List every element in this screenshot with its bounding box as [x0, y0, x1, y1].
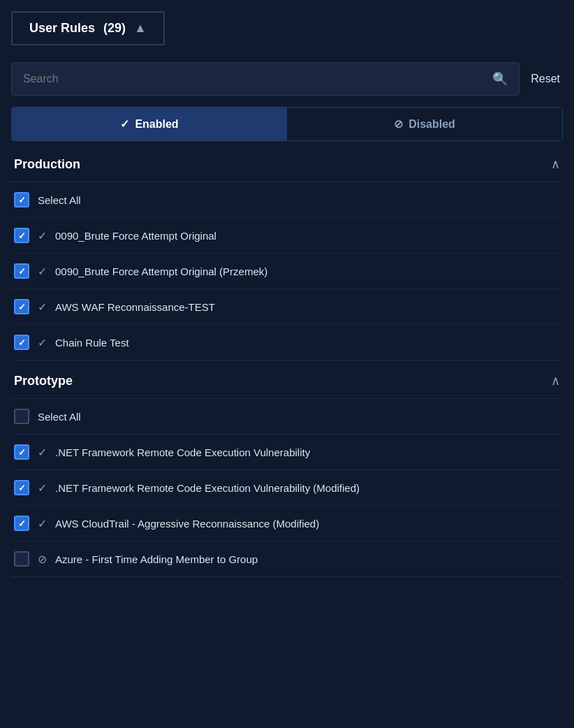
disabled-ban-icon: ⊘	[394, 117, 403, 131]
production-rule-list: ✓ Select All ✓ ✓ 0090_Brute Force Attemp…	[11, 182, 563, 361]
rule-label-r5: .NET Framework Remote Code Execution Vul…	[55, 446, 560, 458]
rule-status-icon-r8: ⊘	[38, 553, 47, 566]
table-row: ✓ ✓ .NET Framework Remote Code Execution…	[11, 435, 563, 470]
enabled-check-icon: ✓	[120, 117, 129, 131]
checkbox-check-icon: ✓	[18, 337, 26, 348]
checkbox-check-icon: ✓	[18, 302, 26, 312]
table-row: ✓ ✓ AWS WAF Reconnaissance-TEST	[11, 289, 563, 325]
production-select-all-label: Select All	[38, 194, 81, 206]
checkbox-check-icon: ✓	[18, 266, 26, 277]
rule-checkbox-r2[interactable]: ✓	[14, 263, 29, 279]
tab-row: ✓ Enabled ⊘ Disabled	[11, 107, 563, 141]
prototype-select-all-label: Select All	[38, 411, 81, 423]
search-box: 🔍	[11, 62, 520, 96]
rule-label-r1: 0090_Brute Force Attempt Original	[55, 230, 560, 242]
rule-status-icon-r5: ✓	[38, 446, 47, 459]
checkbox-check-icon: ✓	[18, 483, 26, 493]
checkbox-check-icon: ✓	[18, 518, 26, 529]
rule-label-r4: Chain Rule Test	[55, 337, 560, 349]
user-rules-header: User Rules (29) ▲	[11, 11, 165, 45]
tab-disabled[interactable]: ⊘ Disabled	[287, 108, 562, 140]
section-prototype: Prototype ∧ Select All ✓ ✓ .NET Framewor…	[11, 363, 563, 577]
header-title: User Rules	[29, 21, 95, 36]
header-count: (29)	[103, 21, 126, 36]
table-row: ⊘ Azure - First Time Adding Member to Gr…	[11, 541, 563, 576]
section-header-prototype: Prototype ∧	[11, 363, 563, 399]
section-production: Production ∧ ✓ Select All ✓ ✓ 0090_Brute…	[11, 147, 563, 361]
prototype-collapse-icon[interactable]: ∧	[551, 373, 560, 388]
collapse-icon[interactable]: ▲	[134, 21, 147, 36]
section-header-production: Production ∧	[11, 147, 563, 182]
rule-status-icon-r2: ✓	[38, 265, 47, 278]
section-title-prototype: Prototype	[14, 374, 73, 388]
rule-checkbox-r1[interactable]: ✓	[14, 228, 29, 243]
rule-status-icon-r1: ✓	[38, 229, 47, 242]
prototype-select-all[interactable]: Select All	[11, 399, 563, 435]
rule-checkbox-r8[interactable]	[14, 551, 29, 567]
reset-button[interactable]: Reset	[528, 67, 563, 91]
rule-status-icon-r7: ✓	[38, 517, 47, 530]
production-collapse-icon[interactable]: ∧	[551, 156, 560, 172]
rule-checkbox-r3[interactable]: ✓	[14, 299, 29, 314]
rule-label-r2: 0090_Brute Force Attempt Original (Przem…	[55, 265, 560, 277]
rule-status-icon-r3: ✓	[38, 300, 47, 314]
table-row: ✓ ✓ Chain Rule Test	[11, 325, 563, 360]
search-input[interactable]	[23, 73, 492, 85]
rule-label-r7: AWS CloudTrail - Aggressive Reconnaissan…	[55, 518, 560, 530]
prototype-rule-list: Select All ✓ ✓ .NET Framework Remote Cod…	[11, 399, 563, 577]
rule-status-icon-r6: ✓	[38, 481, 47, 495]
tab-enabled[interactable]: ✓ Enabled	[12, 108, 287, 140]
checkbox-check-icon: ✓	[18, 447, 26, 458]
rule-label-r6: .NET Framework Remote Code Execution Vul…	[55, 482, 560, 494]
tab-disabled-label: Disabled	[409, 118, 455, 131]
table-row: ✓ ✓ 0090_Brute Force Attempt Original	[11, 218, 563, 254]
checkbox-check-icon: ✓	[18, 195, 26, 205]
tab-enabled-label: Enabled	[135, 118, 178, 131]
main-content: 🔍 Reset ✓ Enabled ⊘ Disabled Production …	[0, 62, 574, 577]
section-title-production: Production	[14, 157, 80, 172]
rule-label-r8: Azure - First Time Adding Member to Grou…	[55, 553, 560, 565]
rule-checkbox-r4[interactable]: ✓	[14, 335, 29, 350]
search-icon: 🔍	[492, 71, 508, 87]
table-row: ✓ ✓ AWS CloudTrail - Aggressive Reconnai…	[11, 506, 563, 541]
production-select-all[interactable]: ✓ Select All	[11, 182, 563, 218]
table-row: ✓ ✓ .NET Framework Remote Code Execution…	[11, 470, 563, 506]
checkbox-check-icon: ✓	[18, 231, 26, 241]
production-select-all-checkbox[interactable]: ✓	[14, 192, 29, 208]
rule-checkbox-r7[interactable]: ✓	[14, 516, 29, 531]
rule-status-icon-r4: ✓	[38, 336, 47, 349]
table-row: ✓ ✓ 0090_Brute Force Attempt Original (P…	[11, 254, 563, 289]
rule-label-r3: AWS WAF Reconnaissance-TEST	[55, 301, 560, 313]
rule-checkbox-r6[interactable]: ✓	[14, 480, 29, 495]
prototype-select-all-checkbox[interactable]	[14, 409, 29, 424]
search-row: 🔍 Reset	[11, 62, 563, 96]
rule-checkbox-r5[interactable]: ✓	[14, 444, 29, 460]
